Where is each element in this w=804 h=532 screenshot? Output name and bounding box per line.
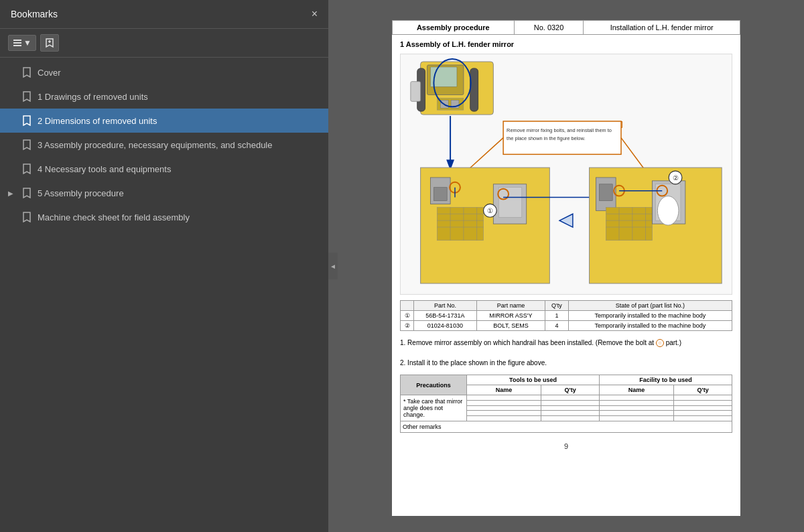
facility-name-4: [599, 411, 673, 416]
svg-rect-17: [437, 207, 483, 240]
parts-header-partname: Part name: [476, 301, 545, 311]
header-col1: Assembly procedure: [393, 21, 515, 35]
tools-name-5: [467, 416, 541, 421]
table-row: ② 01024-81030 BOLT, SEMS 4 Temporarily i…: [401, 321, 732, 331]
tools-name-1: [467, 395, 541, 401]
toolbar: ▼: [0, 29, 328, 58]
sidebar-item-drawings[interactable]: 1 Drawings of removed units: [0, 84, 328, 109]
svg-rect-10: [470, 68, 478, 111]
row2-state: Temporarily installed to the machine bod…: [568, 321, 732, 331]
table-row: ① 56B-54-1731A MIRROR ASS'Y 1 Temporaril…: [401, 311, 732, 321]
dropdown-arrow: ▼: [23, 38, 31, 48]
facility-qty-4: [674, 411, 732, 416]
svg-rect-1: [13, 42, 21, 44]
tools-header: Tools to be used: [467, 375, 600, 385]
svg-rect-31: [599, 184, 612, 201]
sidebar-item-dimensions[interactable]: 2 Dimensions of removed units: [0, 109, 328, 133]
svg-rect-0: [13, 40, 21, 41]
doc-header-table: Assembly procedure No. 0320 Installation…: [392, 20, 740, 35]
svg-text:②: ②: [673, 174, 679, 182]
list-view-button[interactable]: ▼: [8, 35, 36, 51]
instruction-2: 2. Install it to the place shown in the …: [400, 358, 732, 368]
collapse-icon: ◄: [330, 263, 336, 270]
sidebar-item-label-assembly-procedure: 3 Assembly procedure, necessary equipmen…: [38, 140, 272, 150]
facility-name-3: [599, 405, 673, 411]
parts-header-state: State of part (part list No.): [568, 301, 732, 311]
annotation-text-line2: the place shown in the figure below.: [507, 135, 585, 141]
precautions-cell: * Take care that mirror angle does not c…: [401, 395, 467, 421]
parts-header-num: [401, 301, 414, 311]
sidebar-item-assembly[interactable]: ▶ 5 Assembly procedure: [0, 181, 328, 205]
facility-qty-5: [674, 416, 732, 421]
row2-qty: 4: [545, 321, 569, 331]
facility-name-1: [599, 395, 673, 401]
row1-partno: 56B-54-1731A: [414, 311, 477, 321]
bookmark-icon-necessary-tools: [21, 162, 32, 176]
svg-rect-11: [411, 82, 421, 102]
orange-circle-inline: ○: [656, 339, 664, 347]
drawing-area: Remove mirror fixing bolts, and reinstal…: [400, 54, 732, 295]
list-view-icon: [13, 38, 22, 48]
svg-point-41: [657, 196, 679, 225]
row2-partname: BOLT, SEMS: [476, 321, 545, 331]
doc-content: 1 Assembly of L.H. fender mirror: [392, 35, 740, 438]
other-remarks-row: Other remarks: [401, 421, 732, 433]
tools-qty-2: [541, 400, 600, 405]
tools-name-3: [467, 405, 541, 411]
sidebar-item-assembly-procedure[interactable]: 3 Assembly procedure, necessary equipmen…: [0, 133, 328, 157]
tools-name-4: [467, 411, 541, 416]
bookmark-icon-drawings: [21, 90, 32, 103]
parts-header-partno: Part No.: [414, 301, 477, 311]
sidebar-item-label-assembly: 5 Assembly procedure: [38, 188, 124, 198]
facility-name-5: [599, 416, 673, 421]
expand-arrow-icon: ▶: [8, 190, 19, 197]
bookmarks-header: Bookmarks ×: [0, 0, 328, 29]
bookmarks-title: Bookmarks: [11, 9, 58, 19]
svg-rect-2: [13, 45, 21, 46]
sidebar-item-necessary-tools[interactable]: 4 Necessary tools and equipments: [0, 157, 328, 181]
assembly-diagram: Remove mirror fixing bolts, and reinstal…: [401, 54, 732, 294]
facility-qty-2: [674, 400, 732, 405]
annotation-text-line1: Remove mirror fixing bolts, and reinstal…: [507, 127, 612, 133]
bookmark-icon-cover: [21, 66, 32, 79]
tools-qty-3: [541, 405, 600, 411]
header-col2: No. 0320: [514, 21, 584, 35]
sidebar-item-label-machine-check: Machine check sheet for field assembly: [38, 212, 190, 222]
section-title: 1 Assembly of L.H. fender mirror: [400, 40, 732, 48]
instruction-1: 1. Remove mirror assembly on which handr…: [400, 338, 732, 348]
row1-partname: MIRROR ASS'Y: [476, 311, 545, 321]
parts-table: Part No. Part name Q'ty State of part (p…: [400, 300, 732, 331]
bookmark-icon-assembly: [21, 186, 32, 200]
facility-name-2: [599, 400, 673, 405]
bottom-table-row-1: * Take care that mirror angle does not c…: [401, 395, 732, 401]
bottom-table: Precautions Tools to be used Facility to…: [400, 375, 732, 433]
tools-name-2: [467, 400, 541, 405]
facility-qty-1: [674, 395, 732, 401]
bookmarks-list: Cover 1 Drawings of removed units 2 Dime…: [0, 58, 328, 532]
sidebar-item-label-dimensions: 2 Dimensions of removed units: [38, 116, 157, 126]
sidebar-item-cover[interactable]: Cover: [0, 60, 328, 84]
precautions-header: Precautions: [401, 375, 467, 395]
tools-qty-5: [541, 416, 600, 421]
collapse-panel-button[interactable]: ◄: [328, 253, 338, 279]
page-number: 9: [392, 438, 740, 454]
facility-qty-3: [674, 405, 732, 411]
tools-qty-4: [541, 411, 600, 416]
svg-rect-16: [433, 188, 447, 201]
document-panel: ◄ Assembly procedure No. 0320 Installati…: [328, 0, 804, 532]
close-icon[interactable]: ×: [312, 8, 318, 20]
tools-name-header: Name: [467, 385, 541, 395]
bookmark-icon-dimensions: [21, 114, 32, 127]
tools-qty-1: [541, 395, 600, 401]
page-container: Assembly procedure No. 0320 Installation…: [392, 20, 740, 516]
sidebar-item-label-cover: Cover: [38, 68, 61, 78]
other-remarks-cell: Other remarks: [401, 421, 732, 433]
svg-text:①: ①: [487, 207, 493, 214]
sidebar-item-machine-check[interactable]: Machine check sheet for field assembly: [0, 205, 328, 229]
bookmarks-panel: Bookmarks × ▼ Cover: [0, 0, 328, 532]
facility-header: Facility to be used: [599, 375, 732, 385]
header-col3: Installation of L.H. fender mirror: [584, 21, 740, 35]
sidebar-item-label-drawings: 1 Drawings of removed units: [38, 92, 148, 102]
bookmark-add-button[interactable]: [40, 34, 59, 52]
svg-rect-25: [498, 188, 522, 217]
